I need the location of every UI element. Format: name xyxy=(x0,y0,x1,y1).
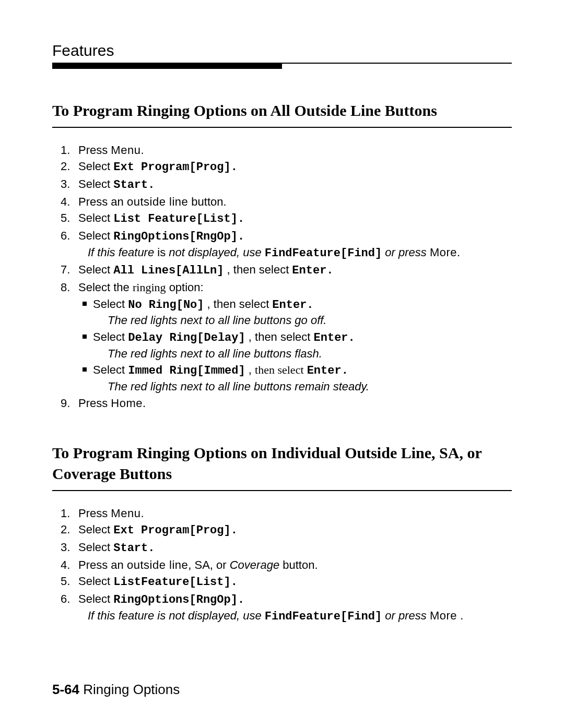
more-key: More xyxy=(430,609,457,622)
text: Select xyxy=(78,575,113,588)
code: ListFeature[List]. xyxy=(113,576,238,589)
text: , SA, or xyxy=(188,558,229,571)
text: Select xyxy=(78,592,113,605)
code: Start. xyxy=(113,178,155,192)
sub-delay-ring: Select Delay Ring[Delay] , then select E… xyxy=(93,329,512,361)
text: Select xyxy=(93,330,128,343)
header-title: Features xyxy=(52,42,114,59)
step-4: Press an outside line button. xyxy=(78,194,512,210)
step-8: Select the ringing option: Select No Rin… xyxy=(78,280,512,395)
header-bar xyxy=(52,64,282,69)
step-8-sublist: Select No Ring[No] , then select Enter. … xyxy=(78,296,512,395)
code: RingOptions[RngOp]. xyxy=(113,230,244,243)
step-1: Press Menu. xyxy=(78,142,512,158)
text: . xyxy=(457,246,460,259)
s2-step-4: Press an outside line, SA, or Coverage b… xyxy=(78,557,512,573)
step-5: Select List Feature[List]. xyxy=(78,210,512,227)
step-7: Select All Lines[AllLn] , then select En… xyxy=(78,262,512,279)
code: FindFeature[Find] xyxy=(265,247,382,260)
section1-title: To Program Ringing Options on All Outsid… xyxy=(52,100,512,122)
code: Delay Ring[Delay] xyxy=(128,331,245,344)
section1-rule xyxy=(52,127,512,128)
text: button. xyxy=(188,195,226,208)
text: Select xyxy=(78,177,113,190)
text: is xyxy=(157,246,166,259)
code: Start. xyxy=(113,542,155,555)
text: , then select xyxy=(204,297,273,311)
code: Enter. xyxy=(292,264,333,277)
step-2: Select Ext Program[Prog]. xyxy=(78,159,512,175)
sub-no-ring: Select No Ring[No] , then select Enter. … xyxy=(93,296,512,328)
code: RingOptions[RngOp]. xyxy=(113,593,244,606)
section1-steps: Press Menu. Select Ext Program[Prog]. Se… xyxy=(52,142,512,411)
code: Enter. xyxy=(314,331,355,344)
s2-step-6-note: If this feature is not displayed, use Fi… xyxy=(88,608,512,625)
sub-delay-ring-note: The red lights next to all line buttons … xyxy=(108,346,512,362)
step-3: Select Start. xyxy=(78,176,512,193)
code: List Feature[List]. xyxy=(113,212,244,225)
step-6: Select RingOptions[RngOp]. If this featu… xyxy=(78,228,512,261)
text: Select xyxy=(93,297,128,311)
text: option: xyxy=(166,281,204,294)
step-9: Press Home. xyxy=(78,396,512,411)
text: then select xyxy=(255,363,303,376)
s2-step-6: Select RingOptions[RngOp]. If this featu… xyxy=(78,591,512,624)
code: No Ring[No] xyxy=(128,299,204,312)
code: Immed Ring[Immed] xyxy=(128,364,245,377)
text: Select xyxy=(78,523,113,536)
text: Press an xyxy=(78,195,127,208)
more-key: More xyxy=(430,246,457,259)
sub-immed-ring-note: The red lights next to all line buttons … xyxy=(108,379,512,395)
code: Enter. xyxy=(272,299,313,312)
s2-step-3: Select Start. xyxy=(78,540,512,556)
text: or press xyxy=(382,246,430,259)
text: Select xyxy=(78,229,113,242)
text: , xyxy=(245,363,255,376)
text: not displayed, use xyxy=(166,246,265,259)
sub-immed-ring: Select Immed Ring[Immed] , then select E… xyxy=(93,362,512,394)
section2-title: To Program Ringing Options on Individual… xyxy=(52,443,512,485)
s2-step-2: Select Ext Program[Prog]. xyxy=(78,522,512,539)
outside-line-key: outside line xyxy=(127,558,188,571)
text: Press xyxy=(78,507,111,520)
text: Select xyxy=(78,263,113,276)
outside-line-key: outside line xyxy=(127,195,188,208)
text: . xyxy=(140,144,144,157)
text: Press xyxy=(78,144,111,157)
text: If this feature is not displayed, use xyxy=(88,609,265,622)
code: FindFeature[Find] xyxy=(265,610,382,623)
menu-key: Menu xyxy=(111,507,140,520)
s2-step-1: Press Menu. xyxy=(78,506,512,521)
text: Select xyxy=(93,363,128,376)
text: ringing xyxy=(133,281,166,294)
code: All Lines[AllLn] xyxy=(113,264,224,277)
text: , then select xyxy=(245,330,314,343)
section2-rule xyxy=(52,490,512,491)
code: Ext Program[Prog]. xyxy=(113,161,238,174)
text: If this feature xyxy=(88,246,157,259)
text: Select xyxy=(78,211,113,224)
text: . xyxy=(457,609,463,622)
text: Press an xyxy=(78,558,127,571)
text: Select xyxy=(78,160,113,173)
page-header: Features xyxy=(52,42,512,69)
step-6-note: If this feature is not displayed, use Fi… xyxy=(88,245,512,261)
code: Enter. xyxy=(307,364,348,377)
text: . xyxy=(143,397,146,410)
code: Ext Program[Prog]. xyxy=(113,524,238,537)
menu-key: Menu xyxy=(111,144,140,157)
text: Select xyxy=(78,541,113,554)
text: Select the xyxy=(78,281,133,294)
text: or press xyxy=(382,609,430,622)
sub-no-ring-note: The red lights next to all line buttons … xyxy=(108,313,512,328)
home-key: Home xyxy=(111,397,143,410)
text: , then select xyxy=(224,263,292,276)
section2-steps: Press Menu. Select Ext Program[Prog]. Se… xyxy=(52,506,512,625)
text: . xyxy=(140,507,144,520)
coverage-text: Coverage xyxy=(230,558,279,571)
page-footer: 5-64 Ringing Options xyxy=(52,682,512,698)
footer-label: Ringing Options xyxy=(79,682,180,697)
text: Press xyxy=(78,397,111,410)
page-number: 5-64 xyxy=(52,682,79,697)
s2-step-5: Select ListFeature[List]. xyxy=(78,574,512,590)
